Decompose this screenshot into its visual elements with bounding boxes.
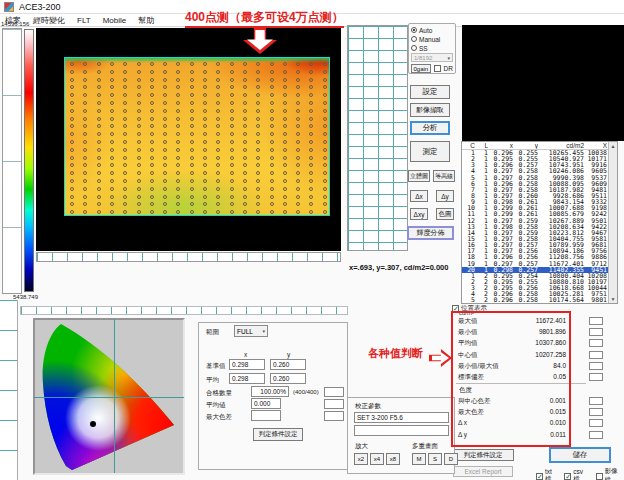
measure-point-icon — [283, 163, 287, 167]
mean-value-field[interactable]: 0.000 — [251, 398, 281, 409]
judge-box — [589, 339, 603, 347]
position-checkbox[interactable]: ✓ — [452, 305, 459, 312]
base-label: 基準值 — [206, 362, 226, 371]
save-format-check-txt檔[interactable]: ✓txt檔 — [536, 468, 558, 480]
measure-point-icon — [137, 195, 141, 199]
measure-point-icon — [216, 140, 220, 144]
measure-point-icon — [216, 156, 220, 160]
range-judge-condition-button[interactable]: 判定條件設定 — [253, 428, 303, 441]
avg-x-field[interactable]: 0.298 — [229, 373, 265, 384]
measure-point-icon — [296, 195, 300, 199]
measure-point-icon — [70, 156, 74, 160]
scroll-down-icon[interactable]: ▼ — [611, 296, 616, 302]
zoom-x4-button[interactable]: x4 — [370, 453, 384, 465]
multi-screen-m-button[interactable]: M — [412, 453, 426, 465]
measure-point-icon — [163, 78, 167, 82]
image-capture-button[interactable]: 影像擷取 — [410, 103, 450, 117]
measure-point-icon — [163, 93, 167, 97]
calibration-value-field[interactable]: SET 3-200 F5.6 — [354, 412, 449, 423]
menu-item[interactable]: 幫助 — [138, 15, 154, 26]
checkbox[interactable]: ✓ — [564, 473, 571, 480]
measure-point-icon — [176, 163, 180, 167]
measure-point-icon — [123, 179, 127, 183]
measure-point-icon — [123, 171, 127, 175]
range-select[interactable]: FULL▾ — [234, 325, 268, 337]
measure-point-icon — [283, 140, 287, 144]
measure-point-icon — [190, 156, 194, 160]
menu-item[interactable]: Mobile — [103, 16, 127, 25]
capture-radio-auto[interactable]: Auto — [411, 26, 453, 34]
save-format-check-csv檔[interactable]: ✓csv檔 — [564, 468, 589, 480]
measure-point-icon — [137, 140, 141, 144]
save-button[interactable]: 儲存 — [549, 447, 611, 463]
base-x-field[interactable]: 0.298 — [229, 359, 265, 370]
avg-y-field[interactable]: 0.260 — [270, 373, 306, 384]
radio-icon[interactable] — [411, 36, 417, 42]
measure-point-icon — [309, 132, 313, 136]
radio-icon[interactable] — [411, 27, 417, 33]
base-y-field[interactable]: 0.260 — [270, 359, 306, 370]
measure-point-icon — [150, 140, 154, 144]
left-bottom-ruler — [0, 300, 18, 480]
measure-point-icon — [110, 124, 114, 128]
measure-point-icon — [176, 109, 180, 113]
measure-point-icon — [309, 93, 313, 97]
cursor-status-text: x=.693, y=.307, cd/m2=0.000 — [349, 263, 448, 272]
measure-point-icon — [270, 187, 274, 191]
measure-point-icon — [150, 202, 154, 206]
measure-point-icon — [190, 85, 194, 89]
delta-x-button[interactable]: Δx — [410, 190, 428, 202]
measure-point-icon — [203, 132, 207, 136]
measure-button[interactable]: 測定 — [410, 141, 450, 162]
solid-view-button[interactable]: 立體圖 — [408, 170, 430, 182]
luminance-results-title: cd/m² — [459, 310, 474, 316]
zoom-x8-button[interactable]: x8 — [386, 453, 400, 465]
capture-radio-ss[interactable]: SS — [411, 44, 453, 52]
pass-value-field[interactable]: 100.00% — [251, 386, 289, 397]
measure-point-icon — [150, 85, 154, 89]
measure-point-icon — [323, 117, 327, 121]
checkbox[interactable]: ✓ — [536, 473, 543, 480]
settings-button[interactable]: 設定 — [410, 85, 450, 99]
dr-checkbox[interactable] — [434, 65, 441, 72]
analyze-button[interactable]: 分析 — [410, 121, 450, 135]
measure-point-icon — [203, 187, 207, 191]
save-format-check-影像檔[interactable]: 影像檔 — [596, 467, 624, 480]
measure-point-icon — [270, 70, 274, 74]
table-scrollbar[interactable]: ▲▼ — [608, 142, 617, 303]
radio-icon[interactable] — [411, 45, 417, 51]
judge-condition-button[interactable]: 判定條件設定 — [452, 449, 514, 461]
measure-point-icon — [230, 140, 234, 144]
measure-point-icon — [230, 148, 234, 152]
menu-item[interactable]: 經時變化 — [33, 15, 65, 26]
measure-point-icon — [216, 148, 220, 152]
luminance-heatmap[interactable] — [64, 57, 330, 216]
measure-point-icon — [283, 179, 287, 183]
menu-item[interactable]: FLT — [77, 16, 91, 25]
scroll-up-icon[interactable]: ▲ — [611, 143, 616, 149]
checkbox[interactable] — [596, 473, 603, 480]
table-row[interactable]: 520.2960.25810174.5649801 — [462, 297, 617, 303]
measure-point-icon — [110, 210, 114, 214]
zero-gain-button[interactable]: 0gain — [411, 64, 431, 73]
capture-radio-manual[interactable]: Manual — [411, 35, 453, 43]
luminance-distribution-button[interactable]: 輝度分佈 — [407, 226, 454, 240]
contour-button[interactable]: 等高線 — [433, 170, 455, 182]
delta-y-button[interactable]: Δy — [436, 190, 454, 202]
measure-point-icon — [270, 202, 274, 206]
measurement-table[interactable]: C L x y cd/m2 X 110.2960.25510265.455100… — [461, 141, 618, 304]
multi-screen-d-button[interactable]: D — [444, 453, 458, 465]
measure-point-icon — [270, 93, 274, 97]
color-map-button[interactable]: 色圖 — [436, 208, 454, 220]
measure-point-icon — [216, 210, 220, 214]
calibration-value2-field[interactable] — [354, 425, 449, 436]
measure-point-icon — [203, 163, 207, 167]
delta-xy-button[interactable]: Δxy — [410, 208, 428, 220]
measure-point-icon — [97, 70, 101, 74]
measure-point-icon — [190, 93, 194, 97]
measure-point-icon — [150, 62, 154, 66]
exposure-select[interactable]: 1/8192▾ — [411, 53, 453, 62]
zoom-x2-button[interactable]: x2 — [354, 453, 368, 465]
maxdiff-value-field[interactable] — [251, 410, 281, 421]
multi-screen-s-button[interactable]: S — [428, 453, 442, 465]
